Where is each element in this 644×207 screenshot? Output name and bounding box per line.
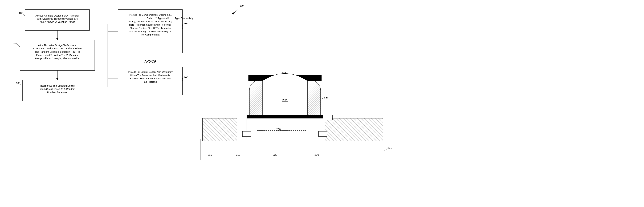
sd-connector-left	[242, 131, 251, 137]
box-108	[22, 80, 92, 101]
gate-center	[262, 74, 308, 115]
svg-text:The Component(s): The Component(s)	[140, 33, 160, 36]
label-210: 210	[208, 153, 212, 156]
substrate-201	[201, 139, 385, 160]
label-105: 105	[184, 22, 188, 25]
box-102-text: Access An Initial Design For A Transisto…	[36, 14, 79, 17]
arrowhead-200	[232, 12, 234, 15]
sd-connector-right	[318, 131, 327, 137]
label-251: 251	[324, 97, 328, 100]
svg-text:Without Altering The Net Condu: Without Altering The Net Conductivity Of	[129, 30, 171, 33]
label-200: 200	[240, 5, 244, 8]
svg-text:Provide For Complementary Dopi: Provide For Complementary Doping (i.e.,	[129, 14, 172, 16]
svg-text:Within The Transistor And, Par: Within The Transistor And, Particularly,	[130, 74, 170, 77]
svg-text:Doping) In One Or More Compone: Doping) In One Or More Components (E.g.	[128, 20, 172, 23]
label-230: 230	[276, 128, 281, 131]
svg-text:Range Without Changing The Nom: Range Without Changing The Nominal Vt	[35, 57, 80, 60]
svg-text:An Updated Design For The Tran: An Updated Design For The Transistor, Wh…	[32, 47, 82, 50]
svg-text:Provide For Lateral Dopant Non: Provide For Lateral Dopant Non-Uniformit…	[128, 71, 172, 73]
svg-text:Number Generator: Number Generator	[47, 91, 68, 94]
label-108: 108	[16, 82, 20, 85]
label-252: 252	[282, 98, 287, 101]
label-251-line	[320, 97, 323, 99]
spacer-right	[323, 115, 332, 120]
svg-text:Incorporate The Updated Design: Incorporate The Updated Design	[40, 84, 75, 87]
gate-poly-right	[308, 78, 320, 115]
well-220	[238, 118, 325, 141]
svg-text:Between The Channel Region And: Between The Channel Region And Any	[130, 77, 170, 80]
sti-left	[202, 118, 237, 141]
page: Access An Initial Design For A Transisto…	[0, 0, 644, 207]
svg-text:st: st	[156, 17, 157, 19]
gate-oxide-bottom	[247, 115, 323, 118]
and-or-text: AND/OR	[144, 60, 156, 63]
svg-text:And A Known Vt Variation Range: And A Known Vt Variation Range	[40, 21, 75, 23]
page-svg: Access An Initial Design For A Transisto…	[0, 0, 644, 207]
sti-right	[325, 118, 383, 141]
svg-text:Channel Region, Etc.) Of The T: Channel Region, Etc.) Of The Transistor	[130, 27, 171, 29]
label-220: 220	[314, 153, 319, 156]
svg-text:Halo Region(s), Source/Drain R: Halo Region(s), Source/Drain Region(s),	[129, 24, 171, 26]
gate-poly-left	[249, 78, 262, 115]
spacer-left	[237, 115, 247, 120]
svg-text:Type Conductivity: Type Conductivity	[175, 17, 194, 20]
svg-text:Halo Region(s): Halo Region(s)	[142, 81, 158, 83]
svg-text:Type And 2: Type And 2	[158, 17, 170, 20]
svg-text:Alter The Initial Design To Ge: Alter The Initial Design To Generate	[38, 44, 76, 47]
svg-text:Into A Circuit, Such As A Rand: Into A Circuit, Such As A Random	[40, 88, 75, 90]
arrow-104-108	[56, 78, 58, 80]
label-201: 201	[388, 146, 392, 149]
svg-text:With A Nominal Threshold Volta: With A Nominal Threshold Voltage (Vt)	[37, 17, 78, 20]
label-104: 104	[13, 42, 18, 45]
label-212: 212	[236, 153, 240, 156]
svg-text:Both 1: Both 1	[147, 17, 154, 20]
svg-text:The Random Dopant Fluctuation : The Random Dopant Fluctuation (RDF) Is	[35, 51, 80, 53]
svg-text:nd: nd	[172, 17, 174, 19]
svg-text:Exacerbated To Widen The Vt Va: Exacerbated To Widen The Vt Variation	[36, 54, 78, 57]
arrow-102-104	[56, 38, 58, 40]
label-106: 106	[184, 76, 188, 79]
label-222: 222	[273, 153, 277, 156]
